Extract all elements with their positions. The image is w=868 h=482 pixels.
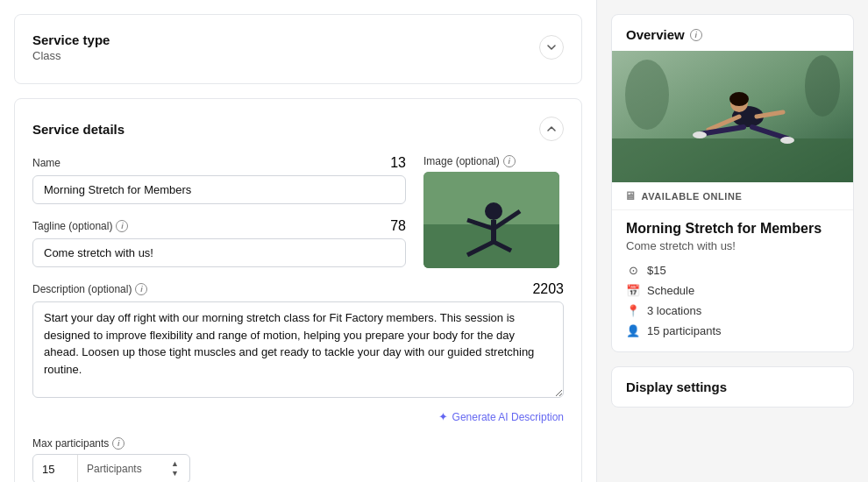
service-type-section: Service type Class xyxy=(14,14,582,84)
tagline-char-count: 78 xyxy=(390,218,406,234)
service-type-value: Class xyxy=(32,49,110,62)
svg-point-2 xyxy=(485,202,502,220)
description-char-count: 2203 xyxy=(532,281,564,297)
service-details-header: Service details xyxy=(32,117,564,141)
max-participants-input[interactable] xyxy=(33,456,77,483)
participants-icon: 👤 xyxy=(626,323,640,337)
sparkle-icon: ✦ xyxy=(438,410,448,423)
image-info-icon[interactable]: i xyxy=(503,155,516,167)
svg-point-19 xyxy=(693,131,707,138)
stepper-up-button[interactable]: ▲ xyxy=(169,459,181,469)
stepper-down-button[interactable]: ▼ xyxy=(169,469,181,478)
service-details-title: Service details xyxy=(32,122,125,137)
svg-point-10 xyxy=(625,60,669,130)
form-left-col: Name 13 Tagline (optional) i 78 xyxy=(32,155,406,281)
svg-rect-9 xyxy=(612,138,853,182)
display-settings-section: Display settings xyxy=(611,366,854,408)
chevron-down-icon xyxy=(546,42,557,53)
tagline-field-group: Tagline (optional) i 78 xyxy=(32,218,406,267)
service-details-section: Service details Name 13 xyxy=(14,98,582,482)
stretch-image-preview xyxy=(423,172,559,268)
participants-stepper[interactable]: ▲ ▼ xyxy=(169,459,181,478)
overview-card-tagline: Come stretch with us! xyxy=(626,239,839,252)
overview-card-title: Morning Stretch for Members xyxy=(626,221,839,237)
description-info-icon[interactable]: i xyxy=(135,283,147,295)
chevron-up-icon xyxy=(546,124,557,134)
display-settings-title: Display settings xyxy=(626,379,839,394)
calendar-icon: 📅 xyxy=(626,283,640,297)
tagline-field-header: Tagline (optional) i 78 xyxy=(32,218,406,234)
overview-details: ⊙ $15 📅 Schedule 📍 3 locations 👤 15 part… xyxy=(626,263,839,337)
image-field-header: Image (optional) i xyxy=(423,155,564,167)
overview-info-icon[interactable]: i xyxy=(690,29,702,41)
name-char-count: 13 xyxy=(390,155,406,171)
price-icon: ⊙ xyxy=(626,263,640,277)
overview-stretch-svg xyxy=(612,51,853,182)
tagline-input[interactable] xyxy=(32,238,406,267)
image-upload-col: Image (optional) i xyxy=(423,155,564,281)
description-label: Description (optional) i xyxy=(32,283,147,295)
max-participants-label: Max participants i xyxy=(32,437,564,450)
service-details-chevron-button[interactable] xyxy=(539,117,564,141)
name-field-group: Name 13 xyxy=(32,155,406,204)
overview-header: Overview i xyxy=(612,15,853,51)
name-input[interactable] xyxy=(32,175,406,204)
service-type-chevron-button[interactable] xyxy=(539,35,564,60)
overview-content: Morning Stretch for Members Come stretch… xyxy=(612,210,853,351)
location-icon: 📍 xyxy=(626,303,640,317)
participants-input-group: Participants ▲ ▼ xyxy=(32,454,190,482)
textarea-footer: ✦ Generate AI Description xyxy=(32,405,564,423)
overview-image-inner xyxy=(612,51,853,182)
right-panel: Overview i xyxy=(596,0,868,482)
description-field-header: Description (optional) i 2203 xyxy=(32,281,564,297)
schedule-detail: 📅 Schedule xyxy=(626,283,839,297)
locations-detail: 📍 3 locations xyxy=(626,303,839,317)
service-type-info: Service type Class xyxy=(32,32,110,62)
name-label: Name xyxy=(32,157,60,169)
svg-point-11 xyxy=(805,55,840,117)
monitor-icon: 🖥 xyxy=(624,189,637,202)
service-type-header: Service type Class xyxy=(32,32,564,62)
overview-hero-image xyxy=(612,51,853,182)
service-type-title: Service type xyxy=(32,32,110,47)
available-online-badge: 🖥 AVAILABLE ONLINE xyxy=(612,182,853,210)
participants-unit-label: Participants ▲ ▼ xyxy=(78,459,189,478)
overview-section: Overview i xyxy=(611,14,854,352)
svg-point-14 xyxy=(729,92,749,106)
image-upload-area[interactable] xyxy=(423,172,559,268)
tagline-info-icon[interactable]: i xyxy=(116,220,128,232)
left-panel: Service type Class Service details xyxy=(0,0,596,482)
max-participants-info-icon[interactable]: i xyxy=(112,437,125,450)
generate-ai-button[interactable]: ✦ Generate AI Description xyxy=(438,410,564,423)
tagline-label: Tagline (optional) i xyxy=(32,220,128,232)
name-field-header: Name 13 xyxy=(32,155,406,171)
description-textarea[interactable]: Start your day off right with our mornin… xyxy=(32,301,564,398)
stretch-person-svg xyxy=(423,172,559,268)
max-participants-row: Max participants i Participants ▲ ▼ xyxy=(32,437,564,482)
svg-point-20 xyxy=(780,137,794,144)
participants-detail: 👤 15 participants xyxy=(626,323,839,337)
name-image-row: Name 13 Tagline (optional) i 78 xyxy=(32,155,564,281)
image-label: Image (optional) i xyxy=(423,155,516,167)
price-detail: ⊙ $15 xyxy=(626,263,839,277)
description-field-group: Description (optional) i 2203 Start your… xyxy=(32,281,564,423)
